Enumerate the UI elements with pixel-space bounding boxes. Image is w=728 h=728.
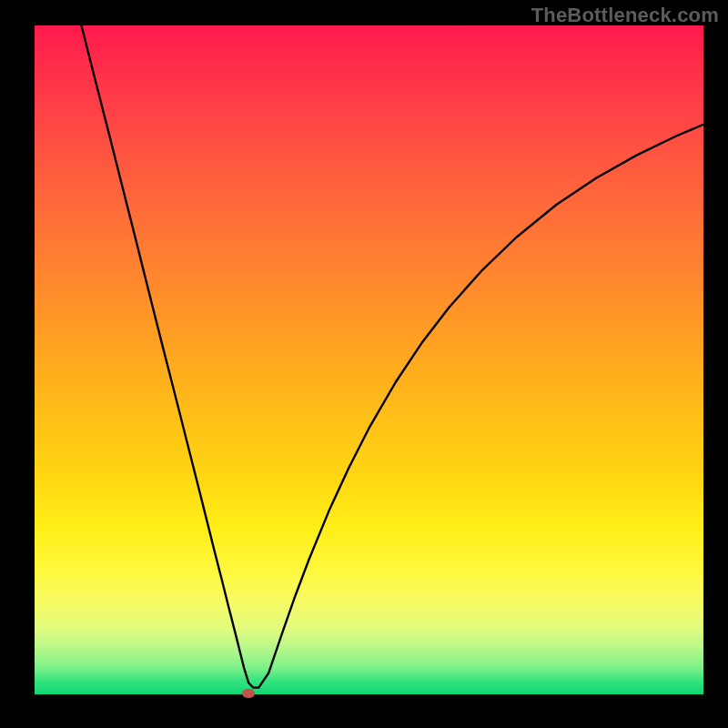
optimum-marker: [242, 689, 255, 698]
plot-area: [35, 25, 703, 694]
chart-frame: TheBottleneck.com: [0, 0, 728, 728]
bottleneck-curve: [35, 25, 703, 694]
watermark-source: TheBottleneck.com: [531, 4, 719, 27]
